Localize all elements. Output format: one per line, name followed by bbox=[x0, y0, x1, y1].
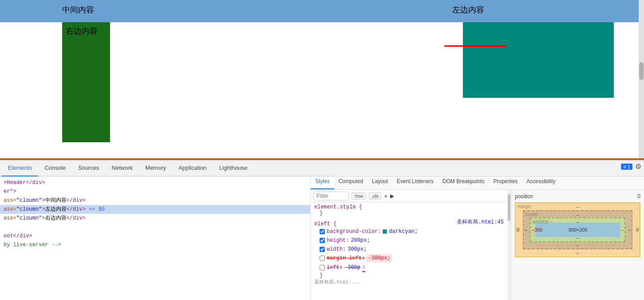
browser-viewport: 中间内容 左边内容 右边内容 bbox=[0, 0, 644, 160]
padding-top: – bbox=[576, 219, 579, 224]
prop-width: width: 300px; bbox=[314, 245, 504, 254]
prop-val-width: 300px; bbox=[348, 245, 367, 253]
tab-lighthouse[interactable]: Lighthouse bbox=[213, 160, 254, 176]
filter-input[interactable] bbox=[313, 192, 349, 200]
html-line: ass="cloumn">右边内容</div> bbox=[0, 214, 310, 223]
box-model-padding: padding – – –300 – – 300×200 bbox=[530, 217, 625, 242]
html-line: oot</div> bbox=[0, 232, 310, 240]
tab-dom-breakpoints[interactable]: DOM Breakpoints bbox=[438, 176, 489, 189]
element-style-selector: element.style { bbox=[314, 204, 362, 210]
prop-name-margin-left: margin-left: bbox=[327, 254, 365, 262]
right-tab-bar: Styles Computed Layout Event Listeners D… bbox=[311, 176, 644, 190]
element-style-close: } bbox=[314, 210, 504, 216]
devtools-body: >Header</div> er"> ass="cloumn">中间内容</di… bbox=[0, 176, 644, 300]
border-top: – bbox=[576, 212, 579, 217]
content-area: 右边内容 bbox=[0, 22, 644, 160]
html-line-selected[interactable]: ass="cloumn">左边内容</div> == $0 bbox=[0, 205, 310, 214]
plus-icon[interactable]: + bbox=[384, 192, 387, 200]
content-size: 300×200 bbox=[568, 227, 587, 232]
cls-button[interactable]: .cls bbox=[369, 192, 382, 200]
tab-elements[interactable]: Elements bbox=[2, 160, 38, 176]
chat-badge[interactable]: ≡ 1 bbox=[621, 164, 632, 170]
file-ref[interactable]: 圣杯布局.html:45 bbox=[457, 218, 504, 227]
checkbox-margin-left[interactable] bbox=[320, 256, 325, 261]
border-right: – bbox=[628, 227, 631, 232]
tab-layout[interactable]: Layout bbox=[367, 176, 392, 189]
styles-col: :hov .cls + ▶ element.style { } bbox=[311, 190, 507, 300]
margin-bottom: – bbox=[576, 250, 579, 256]
padding-right: – bbox=[621, 227, 624, 232]
devtools-tab-bar: Elements Console Sources Network Memory … bbox=[0, 160, 644, 176]
right-pane-inner: :hov .cls + ▶ element.style { } bbox=[311, 190, 644, 300]
checkbox-background-color[interactable] bbox=[320, 229, 325, 234]
checkbox-left[interactable] bbox=[320, 265, 325, 270]
green-column: 右边内容 bbox=[62, 22, 110, 142]
prop-name-bg: background-color: bbox=[327, 228, 381, 236]
box-model-label: position bbox=[515, 193, 533, 200]
prop-val-left-x: x bbox=[362, 263, 365, 272]
right-pane: Styles Computed Layout Event Listeners D… bbox=[311, 176, 644, 300]
checkbox-width[interactable] bbox=[320, 247, 325, 252]
margin-top: – bbox=[576, 204, 579, 209]
tab-computed[interactable]: Computed bbox=[334, 176, 367, 189]
scrollbar[interactable] bbox=[639, 0, 644, 160]
play-icon[interactable]: ▶ bbox=[390, 193, 394, 199]
scrollbar-thumb[interactable] bbox=[639, 62, 644, 80]
prop-margin-left: margin-left: -300px; bbox=[314, 254, 504, 263]
tab-sources[interactable]: Sources bbox=[72, 160, 106, 176]
html-line: er"> bbox=[0, 187, 310, 196]
left-rule: #left { 圣杯布局.html:45 background-color: d… bbox=[314, 218, 504, 279]
prop-name-left: left: bbox=[327, 264, 343, 272]
padding-label: padding – bbox=[533, 219, 552, 224]
red-line bbox=[444, 45, 506, 47]
prop-name-height: height: bbox=[327, 236, 349, 244]
color-swatch-darkcyan[interactable] bbox=[383, 229, 387, 234]
header-middle-text: 中间内容 bbox=[62, 4, 94, 15]
checkbox-height[interactable] bbox=[320, 238, 325, 243]
html-pane: >Header</div> er"> ass="cloumn">中间内容</di… bbox=[0, 176, 311, 300]
tab-styles[interactable]: Styles bbox=[311, 176, 334, 189]
tab-network[interactable]: Network bbox=[106, 160, 139, 176]
left-rule-close: } bbox=[314, 272, 504, 279]
hov-button[interactable]: :hov bbox=[352, 192, 366, 200]
margin-left-val: 0 bbox=[517, 227, 519, 232]
tab-memory[interactable]: Memory bbox=[139, 160, 172, 176]
html-line: by live-server --> bbox=[0, 240, 310, 249]
styles-content: element.style { } #left { 圣杯布局.html:45 bbox=[311, 202, 507, 300]
html-line bbox=[0, 223, 310, 232]
prop-height: height: 200px; bbox=[314, 236, 504, 245]
left-rule-header: #left { 圣杯布局.html:45 bbox=[314, 218, 504, 227]
teal-block bbox=[463, 22, 614, 98]
tab-properties[interactable]: Properties bbox=[489, 176, 522, 189]
styles-scrollbar-thumb[interactable] bbox=[508, 194, 510, 221]
top-header: 中间内容 左边内容 bbox=[0, 0, 644, 22]
prop-val-left: -300p bbox=[344, 264, 360, 272]
prop-background-color: background-color: darkcyan; bbox=[314, 227, 504, 236]
devtools-panel: Elements Console Sources Network Memory … bbox=[0, 160, 644, 300]
padding-left: –300 bbox=[532, 227, 542, 232]
filter-bar: :hov .cls + ▶ bbox=[311, 190, 507, 202]
tab-accessibility[interactable]: Accessibility bbox=[522, 176, 560, 189]
prop-left: left: -300p x bbox=[314, 263, 504, 272]
box-model-pane: position 0 margin – 0 0 – border – – bbox=[511, 190, 644, 300]
padding-bottom: – bbox=[576, 235, 579, 240]
prop-name-width: width: bbox=[327, 245, 346, 253]
styles-scrollbar[interactable] bbox=[507, 190, 511, 300]
tab-application[interactable]: Application bbox=[172, 160, 213, 176]
prop-val-margin-left: -300px; bbox=[367, 254, 391, 262]
prop-val-height: 200px; bbox=[351, 236, 370, 244]
tab-event-listeners[interactable]: Event Listeners bbox=[392, 176, 438, 189]
left-selector: #left { bbox=[314, 221, 336, 227]
border-bottom: – bbox=[576, 242, 579, 248]
element-style-rule: element.style { bbox=[314, 204, 504, 210]
box-model-header: position 0 bbox=[515, 193, 640, 200]
tab-console[interactable]: Console bbox=[38, 160, 72, 176]
box-model-position-val: 0 bbox=[637, 193, 640, 200]
margin-right-val: 0 bbox=[636, 227, 639, 232]
gear-icon[interactable]: ⚙ bbox=[635, 162, 641, 171]
html-line: >Header</div> bbox=[0, 178, 310, 187]
border-left: – bbox=[525, 227, 527, 232]
html-line: ass="cloumn">中间内容</div> bbox=[0, 196, 310, 205]
box-model-border: border – – – – padding – – –300 – – bbox=[523, 210, 632, 249]
style-source-below: 圣杯布局.html:... bbox=[314, 279, 504, 285]
